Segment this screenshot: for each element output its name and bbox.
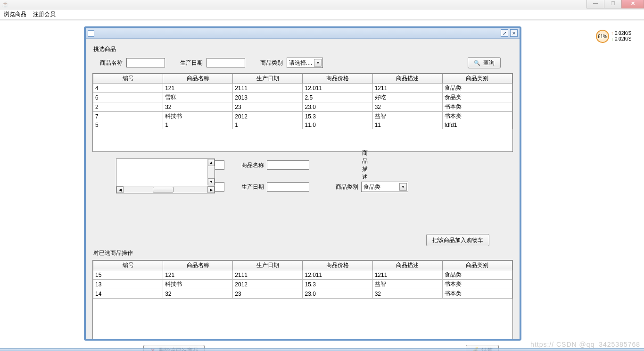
cell: 益智 [372,112,442,121]
chevron-down-icon [314,59,322,67]
production-date-input[interactable] [206,58,245,67]
cell: 食品类 [442,270,512,280]
watermark: https:// CSDN @qq_3425385768 [530,341,640,348]
search-button[interactable]: 查询 [468,57,501,68]
category-label: 商品类别 [260,59,283,67]
col-price[interactable]: 商品价格 [303,74,372,84]
chevron-down-icon [399,183,407,191]
minimize-button[interactable] [586,0,604,8]
download-icon: ↓ [611,36,613,42]
textarea-horizontal-scrollbar[interactable]: ◀ ▶ [116,186,215,193]
col-date[interactable]: 生产日期 [233,74,303,84]
scroll-right-icon[interactable]: ▶ [207,186,215,193]
search-button-label: 查询 [483,59,495,67]
cell: 7 [93,112,163,121]
scroll-left-icon[interactable]: ◀ [116,186,124,193]
cell: 32 [163,289,233,299]
category-select[interactable]: 请选择.... [287,58,323,68]
close-button[interactable] [621,0,644,8]
table-row[interactable]: 7科技书201215.3益智书本类 [93,112,512,121]
cell: 6 [93,93,163,102]
form-date-label: 生产日期 [224,183,267,191]
network-widget: 61% ↑ 0.02K/S ↓ 0.02K/S [596,29,637,43]
menu-register-member[interactable]: 注册会员 [33,10,56,18]
window-controls: ❐ [587,0,644,8]
col-name[interactable]: 商品名称 [163,74,233,84]
table-row[interactable]: 6雪糕20132.5好吃食品类 [93,93,512,102]
taskbar [0,348,644,351]
internal-frame: ⤢ ✕ 挑选商品 商品名称 生产日期 商品类别 请选择.... 查询 [84,26,521,341]
production-date-label: 生产日期 [180,59,203,67]
cell: 15.3 [303,112,372,121]
cell: 食品类 [442,93,512,102]
cell: 2012 [233,112,303,121]
form-desc-label: 商品描述 [361,149,371,181]
cell: 2111 [233,270,303,280]
cell: 5 [93,121,163,129]
frame-maximize-button[interactable]: ⤢ [501,29,508,37]
window-titlebar: ☕ ❐ [0,0,644,9]
section-selected-products-label: 对已选商品操作 [93,249,513,257]
cell: 1 [163,121,233,129]
java-icon: ☕ [2,1,9,8]
table-row[interactable]: 2322323.032书本类 [93,102,512,112]
scroll-down-icon[interactable]: ▼ [208,178,215,185]
maximize-button[interactable]: ❐ [604,0,622,8]
cell: 2 [93,102,163,112]
separator [0,20,644,21]
cell: 121 [163,84,233,93]
cell: 23 [233,102,303,112]
cell: 益智 [372,280,442,289]
col-desc[interactable]: 商品描述 [372,74,442,84]
cell: 12.011 [303,84,372,93]
cell: 书本类 [442,112,512,121]
cell: 书本类 [442,289,512,299]
form-name-input[interactable] [267,160,309,170]
scroll-up-icon[interactable]: ▲ [208,159,215,166]
cell: 2111 [233,84,303,93]
col-desc[interactable]: 商品描述 [372,261,442,270]
upload-icon: ↑ [611,31,613,36]
col-id[interactable]: 编号 [93,261,163,270]
scrollbar-thumb[interactable] [153,187,173,192]
selected-table[interactable]: 编号 商品名称 生产日期 商品价格 商品描述 商品类别 15121211112.… [93,260,512,299]
form-desc-textarea[interactable]: ▲ ▼ ◀ ▶ [116,159,215,193]
cell: 15 [93,270,163,280]
cell: 32 [372,102,442,112]
cell: fdfd1 [442,121,512,129]
form-cat-select[interactable]: 食品类 [361,182,408,192]
col-id[interactable]: 编号 [93,74,163,84]
table-row[interactable]: 15121211112.0111211食品类 [93,270,512,280]
menubar: 浏览商品 注册会员 [0,9,644,20]
cell: 14 [93,289,163,299]
form-date-input[interactable] [267,182,309,192]
internal-frame-titlebar: ⤢ ✕ [86,28,520,39]
col-cat[interactable]: 商品类别 [442,261,512,270]
add-to-cart-button[interactable]: 把该商品加入购物车 [426,234,489,246]
cell: 食品类 [442,84,512,93]
col-cat[interactable]: 商品类别 [442,74,512,84]
cell: 4 [93,84,163,93]
internal-frame-controls: ⤢ ✕ [501,29,518,37]
table-row[interactable]: 4121211112.0111211食品类 [93,84,512,93]
table-row[interactable]: 14322323.032书本类 [93,289,512,299]
col-date[interactable]: 生产日期 [233,261,303,270]
table-row[interactable]: 51111.011fdfd1 [93,121,512,129]
cell: 2012 [233,280,303,289]
cell: 121 [163,270,233,280]
cell: 1211 [372,84,442,93]
product-name-input[interactable] [126,58,165,67]
cell: 科技书 [163,112,233,121]
cell: 23.0 [303,289,372,299]
cell: 13 [93,280,163,289]
frame-close-button[interactable]: ✕ [510,29,518,37]
table-row[interactable]: 13科技书201215.3益智书本类 [93,280,512,289]
menu-browse-products[interactable]: 浏览商品 [4,10,26,18]
textarea-vertical-scrollbar[interactable]: ▲ ▼ [207,159,215,185]
download-speed: 0.02K/S [615,36,632,42]
selected-table-container: 编号 商品名称 生产日期 商品价格 商品描述 商品类别 15121211112.… [92,260,513,339]
col-name[interactable]: 商品名称 [163,261,233,270]
products-table[interactable]: 编号 商品名称 生产日期 商品价格 商品描述 商品类别 4121211112.0… [93,74,512,129]
cell: 2.5 [303,93,372,102]
col-price[interactable]: 商品价格 [303,261,372,270]
